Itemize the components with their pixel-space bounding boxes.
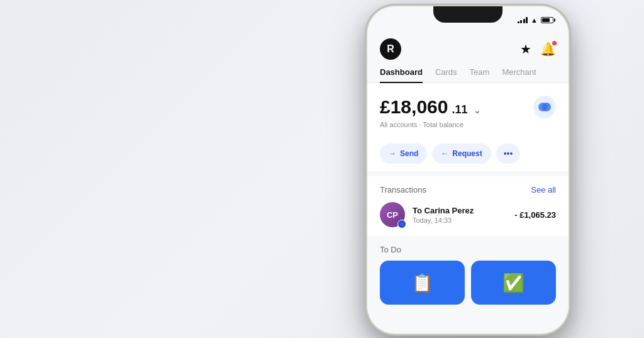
tab-team[interactable]: Team bbox=[470, 67, 490, 83]
todo-card-icon-1: 📋 bbox=[411, 273, 433, 293]
transaction-name: To Carina Perez bbox=[413, 206, 507, 215]
table-row: CP ↑ To Carina Perez Today, 14:33 - £1,0… bbox=[380, 202, 556, 227]
todo-section: To Do 📋 ✅ bbox=[367, 236, 569, 310]
balance-main: £18,060 bbox=[380, 96, 448, 118]
send-badge-icon: ↑ bbox=[397, 220, 406, 228]
balance-label: All accounts · Total balance bbox=[380, 121, 556, 128]
phone-wrapper: 9:41 ▲ bbox=[367, 6, 569, 334]
see-all-link[interactable]: See all bbox=[531, 185, 556, 194]
accounts-icon[interactable] bbox=[533, 96, 556, 118]
balance-amount: £18,060 .11 ⌄ bbox=[380, 96, 481, 118]
phone-notch bbox=[433, 6, 502, 23]
bell-wrapper[interactable]: 🔔 bbox=[540, 42, 556, 57]
phone-screen: 9:41 ▲ bbox=[367, 6, 569, 334]
todo-card-2[interactable]: ✅ bbox=[471, 261, 556, 305]
transaction-amount: - £1,065.23 bbox=[514, 210, 556, 220]
more-button[interactable]: ••• bbox=[496, 144, 521, 164]
transactions-section: Transactions See all CP ↑ To Carina Pere… bbox=[367, 176, 569, 236]
notification-dot bbox=[552, 41, 557, 45]
app-header: R ★ 🔔 bbox=[367, 33, 569, 67]
battery-icon bbox=[541, 17, 553, 23]
svg-point-1 bbox=[542, 103, 551, 111]
balance-row: £18,060 .11 ⌄ bbox=[380, 96, 556, 118]
phone-frame: 9:41 ▲ bbox=[367, 6, 569, 334]
todo-card-icon-2: ✅ bbox=[502, 273, 525, 293]
avatar: CP ↑ bbox=[380, 202, 405, 227]
logo-letter: R bbox=[387, 43, 394, 55]
transactions-header: Transactions See all bbox=[380, 185, 556, 194]
signal-icon bbox=[518, 17, 528, 23]
balance-section: £18,060 .11 ⌄ All ac bbox=[367, 83, 569, 136]
status-icons: ▲ bbox=[518, 16, 553, 24]
request-icon: ← bbox=[441, 149, 448, 158]
tab-cards[interactable]: Cards bbox=[435, 67, 457, 83]
transaction-time: Today, 14:33 bbox=[413, 217, 507, 224]
send-button[interactable]: → Send bbox=[380, 144, 427, 164]
transactions-title: Transactions bbox=[380, 185, 426, 194]
todo-title: To Do bbox=[380, 245, 556, 254]
header-right: ★ 🔔 bbox=[520, 42, 556, 57]
action-buttons: → Send ← Request ••• bbox=[367, 136, 569, 171]
app-content: R ★ 🔔 Dashboard bbox=[367, 28, 569, 310]
send-icon: → bbox=[389, 149, 396, 158]
request-button[interactable]: ← Request bbox=[432, 144, 491, 164]
transaction-details: To Carina Perez Today, 14:33 bbox=[413, 206, 507, 224]
star-icon[interactable]: ★ bbox=[520, 42, 531, 57]
tab-dashboard[interactable]: Dashboard bbox=[380, 67, 423, 83]
wifi-icon: ▲ bbox=[531, 16, 538, 24]
todo-card-1[interactable]: 📋 bbox=[380, 261, 465, 305]
balance-decimal: .11 bbox=[452, 103, 467, 116]
revolut-logo[interactable]: R bbox=[380, 38, 401, 60]
nav-tabs: Dashboard Cards Team Merchant bbox=[367, 67, 569, 83]
tab-merchant[interactable]: Merchant bbox=[502, 67, 536, 83]
chevron-down-icon[interactable]: ⌄ bbox=[474, 105, 481, 115]
todo-cards: 📋 ✅ bbox=[380, 261, 556, 305]
